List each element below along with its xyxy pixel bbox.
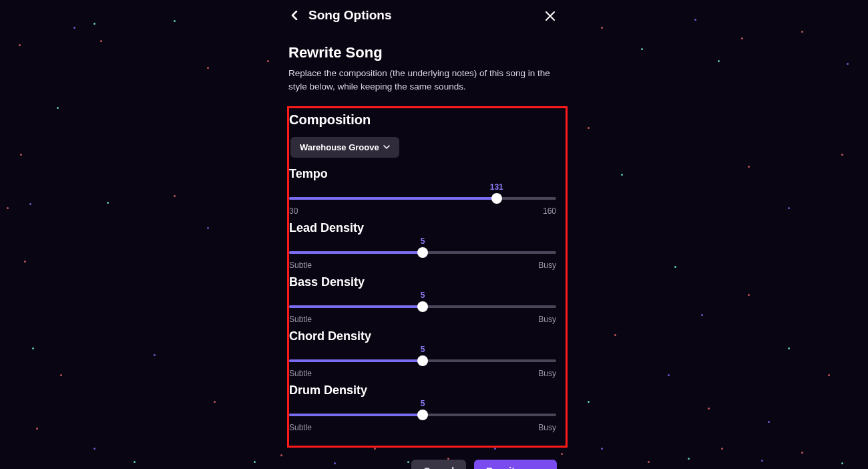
rewrite-song-button[interactable]: Rewrite song [474, 460, 557, 470]
composition-panel: Composition Warehouse Groove Tempo131301… [287, 106, 568, 448]
drumDensity-thumb[interactable] [417, 410, 428, 420]
chordDensity-min-label: Subtle [289, 369, 312, 378]
drumDensity-range: SubtleBusy [289, 423, 556, 432]
drumDensity-value: 5 [421, 399, 425, 408]
modal-title: Song Options [308, 8, 392, 23]
tempo-value: 131 [490, 182, 503, 192]
tempo-max-label: 160 [543, 206, 556, 216]
drumDensity-fill [289, 414, 423, 416]
back-button[interactable] [288, 9, 302, 22]
bassDensity-thumb[interactable] [417, 301, 428, 312]
chordDensity-max-label: Busy [538, 369, 556, 378]
leadDensity-slider[interactable]: 5 [289, 246, 556, 259]
chordDensity-range: SubtleBusy [289, 369, 556, 378]
bassDensity-max-label: Busy [538, 315, 556, 324]
leadDensity-thumb[interactable] [417, 247, 428, 258]
leadDensity-min-label: Subtle [289, 261, 312, 270]
rewrite-title: Rewrite Song [288, 44, 557, 61]
leadDensity-label: Lead Density [289, 221, 556, 235]
composition-dropdown[interactable]: Warehouse Groove [290, 137, 399, 158]
chevron-left-icon [291, 11, 299, 20]
chordDensity-label: Chord Density [289, 329, 556, 343]
bassDensity-slider-block: Bass Density5SubtleBusy [289, 275, 556, 324]
modal-header: Song Options [288, 5, 557, 31]
tempo-fill [289, 197, 497, 200]
rewrite-description: Replace the composition (the underlying … [288, 67, 557, 94]
close-button[interactable] [544, 9, 557, 23]
bassDensity-fill [289, 305, 423, 308]
drumDensity-slider-block: Drum Density5SubtleBusy [289, 383, 556, 432]
close-icon [546, 11, 555, 21]
chordDensity-fill [289, 359, 423, 362]
chordDensity-thumb[interactable] [417, 355, 428, 366]
leadDensity-fill [289, 251, 423, 254]
leadDensity-slider-block: Lead Density5SubtleBusy [289, 221, 556, 270]
cancel-button[interactable]: Cancel [411, 460, 466, 470]
bassDensity-min-label: Subtle [289, 315, 312, 324]
composition-label: Composition [289, 112, 556, 128]
bassDensity-label: Bass Density [289, 275, 556, 289]
bassDensity-range: SubtleBusy [289, 315, 556, 324]
drumDensity-min-label: Subtle [289, 423, 312, 432]
drumDensity-max-label: Busy [538, 423, 556, 432]
tempo-slider-block: Tempo13130160 [289, 167, 556, 216]
tempo-label: Tempo [289, 167, 556, 181]
chordDensity-value: 5 [421, 345, 425, 354]
bassDensity-slider[interactable]: 5 [289, 300, 556, 313]
tempo-range: 30160 [289, 206, 556, 216]
chordDensity-slider[interactable]: 5 [289, 354, 556, 367]
leadDensity-range: SubtleBusy [289, 261, 556, 270]
chordDensity-slider-block: Chord Density5SubtleBusy [289, 329, 556, 378]
leadDensity-value: 5 [421, 237, 425, 246]
bassDensity-value: 5 [421, 291, 425, 300]
tempo-thumb[interactable] [491, 193, 502, 204]
tempo-slider[interactable]: 131 [289, 192, 556, 205]
tempo-min-label: 30 [289, 206, 298, 216]
modal-footer: Cancel Rewrite song [288, 460, 557, 470]
song-options-modal: Song Options Rewrite Song Replace the co… [288, 5, 557, 469]
drumDensity-label: Drum Density [289, 383, 556, 398]
composition-selected: Warehouse Groove [300, 142, 379, 152]
chevron-down-icon [383, 144, 390, 150]
drumDensity-slider[interactable]: 5 [289, 408, 556, 422]
leadDensity-max-label: Busy [538, 261, 556, 270]
